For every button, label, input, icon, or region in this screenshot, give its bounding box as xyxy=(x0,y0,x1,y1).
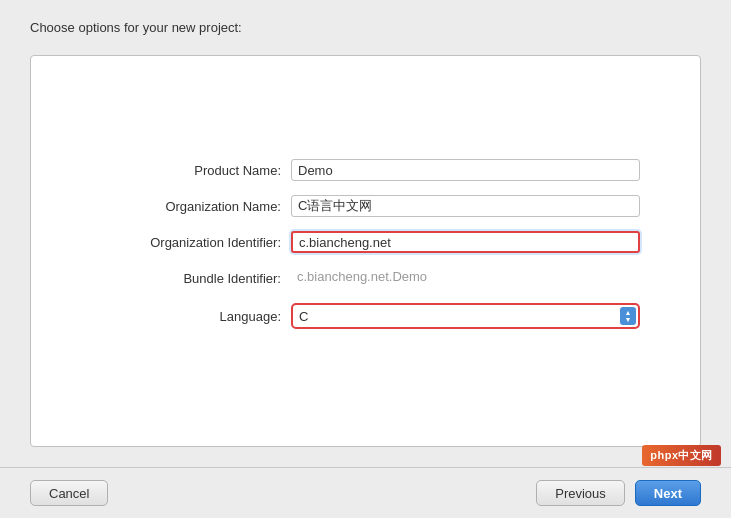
org-name-label: Organization Name: xyxy=(91,199,291,214)
next-button[interactable]: Next xyxy=(635,480,701,506)
org-id-row: Organization Identifier: xyxy=(91,231,640,253)
watermark: phpx中文网 xyxy=(642,445,721,466)
language-label: Language: xyxy=(91,309,291,324)
previous-button[interactable]: Previous xyxy=(536,480,625,506)
bundle-id-label: Bundle Identifier: xyxy=(91,271,291,286)
form-area: Product Name: Organization Name: Organiz… xyxy=(30,55,701,447)
product-name-input[interactable] xyxy=(291,159,640,181)
org-name-row: Organization Name: xyxy=(91,195,640,217)
org-id-label: Organization Identifier: xyxy=(91,235,291,250)
dialog: Choose options for your new project: Pro… xyxy=(0,0,731,518)
product-name-label: Product Name: xyxy=(91,163,291,178)
cancel-button[interactable]: Cancel xyxy=(30,480,108,506)
bundle-id-row: Bundle Identifier: c.biancheng.net.Demo xyxy=(91,267,640,289)
dialog-content: Choose options for your new project: Pro… xyxy=(0,0,731,467)
org-id-input[interactable] xyxy=(291,231,640,253)
language-row: Language: C C++ Objective-C Swift xyxy=(91,303,640,329)
dialog-title: Choose options for your new project: xyxy=(30,20,701,35)
org-name-input[interactable] xyxy=(291,195,640,217)
language-select-wrapper: C C++ Objective-C Swift xyxy=(291,303,640,329)
language-select[interactable]: C C++ Objective-C Swift xyxy=(291,303,640,329)
bundle-id-value: c.biancheng.net.Demo xyxy=(291,267,640,289)
product-name-row: Product Name: xyxy=(91,159,640,181)
right-button-group: Previous Next xyxy=(536,480,701,506)
dialog-footer: Cancel Previous Next xyxy=(0,467,731,518)
